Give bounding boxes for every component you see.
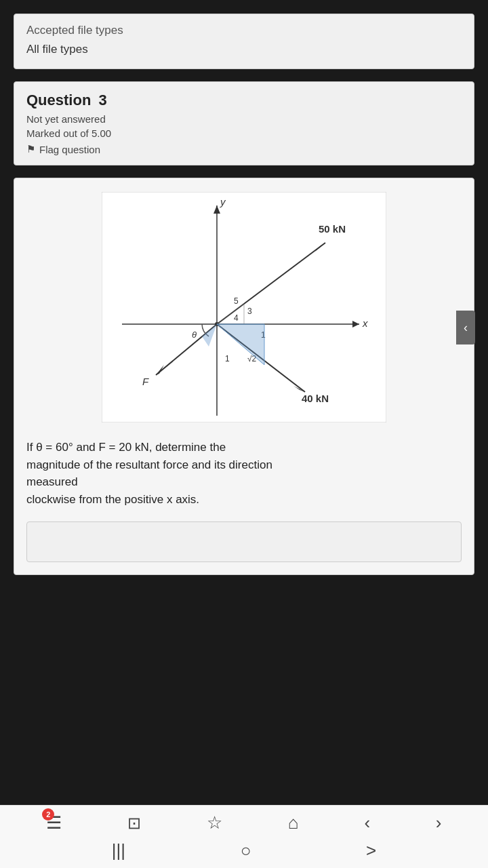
question-text-area: If θ = 60° and F = 20 kN, determine the … (14, 429, 474, 521)
svg-text:1: 1 (225, 354, 230, 363)
svg-text:5: 5 (234, 296, 239, 306)
force-diagram: x y 50 kN 5 (102, 192, 386, 422)
question-marked: Marked out of 5.00 (26, 127, 462, 139)
question-label: Question (26, 92, 91, 108)
star-icon[interactable]: ☆ (207, 812, 222, 833)
next-page-icon[interactable]: › (436, 812, 442, 833)
bottom-navigation: ☰ 2 ⊡ ☆ ⌂ ‹ › ||| ○ > (0, 805, 488, 868)
question-number: 3 (98, 92, 106, 108)
side-arrow-button[interactable]: ‹ (456, 311, 475, 344)
answer-area[interactable] (26, 521, 462, 562)
back-button[interactable]: ||| (112, 840, 125, 861)
svg-text:F: F (142, 376, 149, 387)
svg-text:50 kN: 50 kN (319, 223, 346, 235)
accepted-file-partial: Accepted file types (26, 24, 462, 37)
diagram-container: x y 50 kN 5 (14, 178, 474, 429)
main-card: ‹ x y (14, 178, 474, 575)
question-line3: measured (26, 475, 78, 488)
prev-page-icon[interactable]: ‹ (364, 812, 370, 833)
flag-label: Flag question (39, 144, 100, 155)
question-3-card: Question 3 Not yet answered Marked out o… (14, 81, 474, 165)
svg-text:x: x (362, 317, 368, 329)
screen: Accepted file types All file types Quest… (0, 0, 488, 868)
home-button[interactable]: ○ (241, 840, 251, 861)
all-file-types-text: All file types (26, 43, 462, 56)
question-status: Not yet answered (26, 113, 462, 125)
flag-icon: ⚑ (26, 143, 35, 155)
copy-icon[interactable]: ⊡ (127, 814, 141, 833)
bottom-nav-row1: ☰ 2 ⊡ ☆ ⌂ ‹ › (0, 812, 488, 833)
bottom-nav-row2: ||| ○ > (0, 840, 488, 861)
notification-badge-icon[interactable]: ☰ 2 (46, 812, 62, 833)
svg-text:3: 3 (247, 307, 252, 316)
question-line1: If θ = 60° and F = 20 kN, determine the (26, 441, 226, 454)
home-icon[interactable]: ⌂ (288, 812, 299, 833)
side-arrow-icon: ‹ (464, 321, 468, 335)
content-area: Accepted file types All file types Quest… (14, 14, 474, 587)
svg-text:40 kN: 40 kN (302, 393, 329, 404)
question-title: Question 3 (26, 92, 462, 109)
svg-text:θ: θ (192, 330, 197, 340)
recent-button[interactable]: > (366, 840, 376, 861)
file-types-card: Accepted file types All file types (14, 14, 474, 69)
question-line2: magnitude of the resultant force and its… (26, 458, 272, 471)
svg-text:4: 4 (234, 313, 239, 323)
flag-question[interactable]: ⚑ Flag question (26, 143, 462, 155)
question-line4: clockwise from the positive x axis. (26, 493, 199, 506)
